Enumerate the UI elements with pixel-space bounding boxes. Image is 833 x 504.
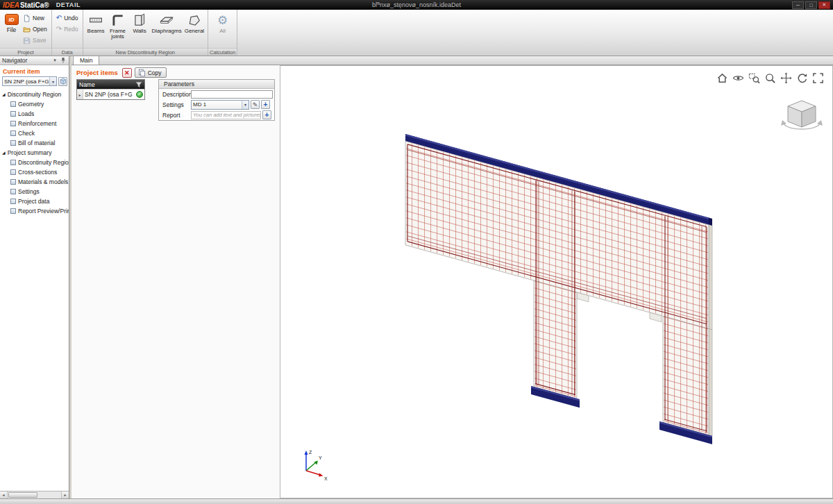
document-title: bľªnxø_stęnovø_nosník.ideaDet xyxy=(0,1,833,8)
scrollbar-thumb[interactable] xyxy=(8,492,37,498)
ribbon-group-data: ↶ Undo ↷ Redo Data xyxy=(52,10,83,56)
tab-main[interactable]: Main xyxy=(73,56,99,65)
zoom-window-icon xyxy=(748,72,760,84)
close-button[interactable]: ✕ xyxy=(818,1,830,9)
edit-settings-button[interactable]: ✎ xyxy=(251,100,260,109)
home-view-button[interactable] xyxy=(716,72,728,84)
fit-to-screen-button[interactable] xyxy=(811,72,824,84)
navigation-cube[interactable] xyxy=(780,98,823,135)
tree-item-loads[interactable]: Loads xyxy=(0,109,69,119)
scroll-left-button[interactable]: ◄ xyxy=(0,492,8,498)
frame-joint-icon xyxy=(111,13,125,27)
row-item-name: SN 2NP (osa F+G xyxy=(83,91,136,98)
frame-joints-button[interactable]: Frame joints xyxy=(107,11,129,40)
diaphragm-icon xyxy=(160,13,174,27)
description-input[interactable] xyxy=(191,90,273,99)
tree-item-settings[interactable]: Settings xyxy=(0,187,69,196)
calculate-all-button[interactable]: ⚙ All xyxy=(212,11,233,34)
filter-funnel-icon[interactable] xyxy=(135,81,142,88)
tree-node-project-summary[interactable]: ◢ Project summary xyxy=(0,148,69,158)
tree-node-discontinuity-region[interactable]: ◢ Discontinuity Region xyxy=(0,90,69,99)
new-document-icon xyxy=(23,15,31,22)
redo-button[interactable]: ↷ Redo xyxy=(54,24,81,35)
parameters-title: Parameters xyxy=(159,80,274,89)
model-canvas-wall-with-reinforcement[interactable] xyxy=(280,66,832,498)
3d-viewport[interactable]: Z Y X xyxy=(280,65,833,498)
add-report-button[interactable]: + xyxy=(262,110,271,119)
expander-icon[interactable]: ◢ xyxy=(2,92,6,96)
tree-item-icon xyxy=(10,169,16,175)
parameters-panel: Parameters Description Settings MD 1 ▾ ✎… xyxy=(158,79,275,121)
report-input[interactable]: You can add text and pictures xyxy=(191,111,261,119)
tab-strip: Main xyxy=(71,56,833,65)
scroll-right-button[interactable]: ► xyxy=(61,492,69,498)
open-folder-icon xyxy=(23,26,31,33)
tree-item-summary-discontinuity-region[interactable]: Discontinuity Region xyxy=(0,158,69,167)
pan-arrows-icon xyxy=(780,72,792,84)
current-item-combobox[interactable]: SN 2NP (osa F+G) ▾ xyxy=(2,76,57,86)
expander-icon[interactable]: ◢ xyxy=(2,151,6,155)
general-shape-icon xyxy=(187,13,201,27)
viewport-toolbar xyxy=(716,72,824,84)
current-item-detail-button[interactable] xyxy=(58,77,67,86)
project-items-table: Name ▸ SN 2NP (osa F+G ✓ xyxy=(76,79,145,100)
app-mode-label: DETAIL xyxy=(56,1,81,8)
diaphragms-button[interactable]: Diaphragms xyxy=(151,11,183,34)
zoom-window-button[interactable] xyxy=(748,72,760,84)
report-label: Report xyxy=(160,112,190,119)
chevron-down-icon[interactable]: ▾ xyxy=(49,77,56,85)
walls-button[interactable]: Walls xyxy=(129,11,151,34)
tree-item-icon xyxy=(10,121,16,126)
status-ok-check-icon: ✓ xyxy=(136,91,143,98)
tree-item-cross-sections[interactable]: Cross-sections xyxy=(0,167,69,177)
plus-icon: + xyxy=(264,101,268,108)
axis-z-label: Z xyxy=(309,450,312,455)
settings-label: Settings xyxy=(160,101,190,108)
navigator-header: Navigator ▾ xyxy=(0,56,69,65)
rotate-icon xyxy=(796,72,808,84)
scrollbar-track[interactable] xyxy=(8,492,61,498)
chevron-down-icon[interactable]: ▾ xyxy=(242,101,249,109)
tree-item-reinforcement[interactable]: Reinforcement xyxy=(0,119,69,128)
report-row: Report You can add text and pictures + xyxy=(159,110,274,120)
general-button[interactable]: General xyxy=(183,11,205,34)
view-settings-button[interactable] xyxy=(732,72,744,84)
axis-y-label: Y xyxy=(319,455,322,460)
save-button[interactable]: Save xyxy=(21,35,49,46)
open-button[interactable]: Open xyxy=(21,24,49,35)
maximize-button[interactable]: □ xyxy=(805,1,817,9)
save-disk-icon xyxy=(23,37,31,44)
rotate-button[interactable] xyxy=(796,72,808,84)
undo-button[interactable]: ↶ Undo xyxy=(54,12,81,24)
navigator-panel: Navigator ▾ Current item SN 2NP (osa F+G… xyxy=(0,56,69,498)
tree-item-geometry[interactable]: Geometry xyxy=(0,99,69,109)
delete-item-button[interactable]: ✕ xyxy=(122,68,132,78)
tree-item-report-preview-print[interactable]: Report Preview/Print xyxy=(0,206,69,216)
ribbon-group-calculation: ⚙ All Calculation xyxy=(208,10,237,56)
file-button[interactable]: ID File xyxy=(2,11,21,33)
settings-row: Settings MD 1 ▾ ✎ + xyxy=(159,99,274,110)
beams-button[interactable]: Beams xyxy=(85,11,107,34)
tree-item-check[interactable]: Check xyxy=(0,128,69,138)
tree-item-icon xyxy=(10,111,16,117)
add-settings-button[interactable]: + xyxy=(261,100,270,109)
new-button[interactable]: New xyxy=(21,12,49,24)
pan-button[interactable] xyxy=(780,72,792,84)
pin-icon[interactable] xyxy=(60,57,67,65)
status-bar xyxy=(0,498,833,504)
tree-item-bill-of-material[interactable]: Bill of material xyxy=(0,138,69,148)
settings-combobox[interactable]: MD 1 ▾ xyxy=(191,100,249,110)
group-label-data: Data xyxy=(52,48,83,56)
table-header-name[interactable]: Name xyxy=(77,80,144,89)
cube-icon xyxy=(60,78,67,85)
table-row[interactable]: ▸ SN 2NP (osa F+G ✓ xyxy=(77,89,144,99)
tree-item-materials-models[interactable]: Materials & models xyxy=(0,177,69,187)
minimize-button[interactable]: ─ xyxy=(792,1,804,9)
row-expander-icon[interactable]: ▸ xyxy=(77,90,83,99)
zoom-button[interactable] xyxy=(764,72,776,84)
tree-item-icon xyxy=(10,189,16,194)
tree-item-project-data[interactable]: Project data xyxy=(0,196,69,206)
navigator-menu-chevron-down-icon[interactable]: ▾ xyxy=(51,58,58,63)
copy-button[interactable]: Copy xyxy=(135,67,167,78)
main-area: Main Project items ✕ Copy Name ▸ xyxy=(71,56,833,498)
